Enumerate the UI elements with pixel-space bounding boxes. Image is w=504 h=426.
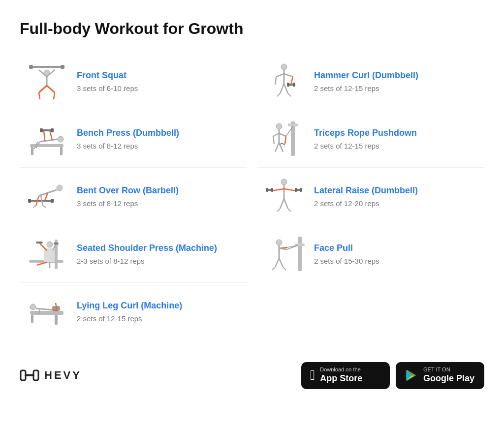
app-buttons:  Download on the App Store GET IT ON Go… [301,362,484,389]
svg-rect-84 [271,188,273,192]
svg-rect-92 [298,237,302,271]
svg-line-55 [291,77,293,85]
exercise-info-bent-over-row: Bent Over Row (Barbell) 3 sets of 8-12 r… [77,185,242,208]
exercise-item-face-pull: Face Pull 2 sets of 15-30 reps [257,225,484,282]
exercise-name-front-squat: Front Squat [77,70,242,81]
svg-line-7 [39,86,47,92]
svg-line-32 [43,206,46,208]
svg-point-96 [276,240,282,245]
svg-line-9 [39,92,40,99]
appstore-big-label: App Store [320,373,362,384]
svg-line-102 [272,267,275,270]
svg-rect-87 [300,188,302,192]
svg-line-70 [279,133,286,136]
exercises-grid: Front Squat 3 sets of 6-10 reps [20,53,484,340]
svg-line-37 [40,243,47,250]
svg-rect-106 [25,374,34,376]
exercise-item-hammer-curl: Hammer Curl (Dumbbell) 2 sets of 12-15 r… [257,53,484,110]
svg-rect-0 [30,66,63,68]
exercise-sets-lateral-raise: 2 sets of 12-20 reps [314,199,479,208]
footer: HEVY  Download on the App Store GET IT … [0,350,504,401]
svg-rect-20 [51,128,54,132]
exercise-item-bent-over-row: Bent Over Row (Barbell) 3 sets of 8-12 r… [20,168,247,225]
exercise-info-lateral-raise: Lateral Raise (Dumbbell) 2 sets of 12-20… [314,185,479,208]
exercise-sets-front-squat: 3 sets of 6-10 reps [77,84,242,92]
appstore-small-label: Download on the [320,367,362,372]
svg-line-59 [276,74,284,77]
exercise-image-face-pull [262,234,306,274]
exercise-info-triceps-rope: Triceps Rope Pushdown 2 sets of 12-15 re… [314,127,479,150]
svg-line-54 [284,74,293,77]
exercise-item-lateral-raise: Lateral Raise (Dumbbell) 2 sets of 12-20… [257,168,484,225]
svg-line-100 [275,258,279,267]
exercise-sets-bench-press: 3 sets of 8-12 reps [77,142,242,150]
svg-line-101 [279,258,283,267]
exercise-image-front-squat [25,61,69,101]
exercise-sets-hammer-curl: 2 sets of 12-15 reps [314,84,479,92]
exercise-name-triceps-rope: Triceps Rope Pushdown [314,127,479,139]
svg-line-10 [54,92,55,99]
svg-rect-83 [266,188,268,192]
svg-line-91 [288,209,291,212]
svg-line-99 [279,248,287,249]
exercise-image-triceps-rope [262,119,306,158]
exercise-item-bench-press: Bench Press (Dumbbell) 3 sets of 8-12 re… [20,110,247,168]
page-title: Full-body Workout for Growth [20,20,484,38]
svg-line-76 [275,142,279,152]
svg-line-89 [284,199,288,209]
svg-line-90 [277,209,280,212]
exercise-image-hammer-curl [262,61,306,101]
svg-rect-45 [31,315,33,323]
hevy-brand-name: HEVY [44,369,82,382]
svg-line-60 [275,77,276,85]
exercises-column-right: Hammer Curl (Dumbbell) 2 sets of 12-15 r… [257,53,484,340]
svg-line-72 [285,136,286,144]
exercise-name-seated-shoulder: Seated Shoulder Press (Machine) [77,243,242,254]
svg-point-36 [47,242,53,247]
svg-line-63 [277,93,280,96]
exercise-info-bench-press: Bench Press (Dumbbell) 3 sets of 8-12 re… [77,127,242,150]
svg-rect-19 [40,128,43,132]
exercise-image-lateral-raise [262,177,306,216]
svg-line-103 [283,267,286,270]
svg-rect-86 [295,188,297,192]
svg-rect-2 [61,65,64,69]
svg-rect-39 [36,242,43,243]
svg-rect-1 [29,65,33,69]
svg-rect-43 [30,311,63,315]
exercise-info-seated-shoulder: Seated Shoulder Press (Machine) 2-3 sets… [77,243,242,265]
exercise-name-lying-leg-curl: Lying Leg Curl (Machine) [77,300,242,311]
apple-icon:  [310,368,315,382]
exercise-info-front-squat: Front Squat 3 sets of 6-10 reps [77,70,242,92]
exercise-item-lying-leg-curl: Lying Leg Curl (Machine) 2 sets of 12-15… [20,283,247,340]
googleplay-big-label: Google Play [423,373,474,384]
svg-rect-26 [30,200,52,202]
svg-line-31 [33,206,36,208]
exercise-item-triceps-rope: Triceps Rope Pushdown 2 sets of 12-15 re… [257,110,484,168]
exercise-info-hammer-curl: Hammer Curl (Dumbbell) 2 sets of 12-15 r… [314,70,479,92]
svg-line-64 [288,93,291,96]
exercise-name-hammer-curl: Hammer Curl (Dumbbell) [314,70,479,81]
googleplay-small-label: GET IT ON [423,367,474,372]
svg-line-88 [280,199,284,209]
exercise-item-front-squat: Front Squat 3 sets of 6-10 reps [20,53,247,110]
svg-point-52 [281,64,287,70]
hevy-logo-icon [20,366,39,384]
svg-point-68 [276,123,282,129]
exercise-image-seated-shoulder [25,234,69,274]
googleplay-button[interactable]: GET IT ON Google Play [396,362,484,389]
exercise-info-face-pull: Face Pull 2 sets of 15-30 reps [314,243,479,265]
svg-rect-28 [51,199,54,203]
exercise-sets-seated-shoulder: 2-3 sets of 8-12 reps [77,257,242,265]
svg-point-14 [58,136,63,142]
svg-line-17 [44,130,45,141]
svg-rect-44 [55,315,58,325]
svg-point-78 [281,179,287,185]
exercise-sets-triceps-rope: 2 sets of 12-15 reps [314,142,479,150]
exercise-name-lateral-raise: Lateral Raise (Dumbbell) [314,185,479,196]
appstore-button[interactable]:  Download on the App Store [301,362,390,389]
svg-rect-57 [287,83,289,87]
exercise-image-bench-press [25,119,69,158]
svg-rect-40 [54,243,59,244]
svg-rect-12 [31,147,33,155]
